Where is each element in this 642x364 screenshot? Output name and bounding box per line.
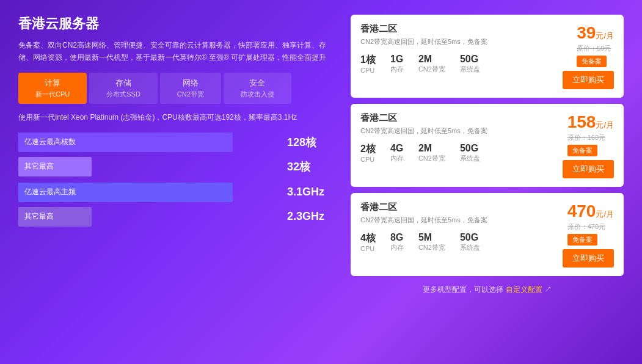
price-original-2: 原价：470元 bbox=[567, 222, 614, 231]
price-value-1: 158 bbox=[567, 112, 596, 131]
spec-bw-0: 2M CN2带宽 bbox=[418, 54, 445, 74]
card-region-2: 香港二区 bbox=[360, 202, 541, 213]
tab-storage-sublabel: 分布式SSD bbox=[106, 90, 140, 99]
bar-value-other-cores: 32核 bbox=[287, 159, 336, 174]
right-panel: 香港二区 CN2带宽高速回国，延时低至5ms，免备案 1核 CPU 1G 内存 … bbox=[351, 15, 624, 295]
badge-2: 免备案 bbox=[567, 234, 597, 246]
spec-cpu-0: 1核 CPU bbox=[360, 54, 376, 74]
spec-cpu-label-0: CPU bbox=[360, 67, 376, 74]
card-specs-2: 4核 CPU 8G 内存 5M CN2带宽 50G 系统盘 bbox=[360, 232, 541, 252]
spec-mem-value-1: 4G bbox=[390, 143, 404, 154]
spec-cpu-value-0: 1核 bbox=[360, 54, 376, 67]
price-value-2: 470 bbox=[567, 202, 596, 220]
tab-network-sublabel: CN2带宽 bbox=[177, 90, 204, 99]
price-unit-2: 元/月 bbox=[596, 209, 614, 219]
tab-security[interactable]: 安全 防攻击入侵 bbox=[224, 73, 291, 104]
bar-wrapper-yisy-cores: 亿速云最高核数 bbox=[18, 133, 280, 152]
card-info-2: 香港二区 CN2带宽高速回国，延时低至5ms，免备案 4核 CPU 8G 内存 … bbox=[360, 202, 541, 268]
card-region-1: 香港二区 bbox=[360, 112, 541, 124]
spec-cpu-2: 4核 CPU bbox=[360, 232, 376, 252]
bar-wrapper-other-freq: 其它最高 bbox=[18, 207, 280, 227]
spec-mem-0: 1G 内存 bbox=[390, 54, 404, 74]
spec-disk-label-2: 系统盘 bbox=[460, 243, 480, 252]
tab-network-label: 网络 bbox=[183, 78, 199, 87]
bar-section-freq: 亿速云最高主频 3.1GHz 其它最高 2.3GHz bbox=[18, 183, 336, 227]
spec-disk-1: 50G 系统盘 bbox=[460, 143, 480, 163]
cpu-intro: 使用新一代Intel Xeon Platinum (志强铂金)，CPU核数最高可… bbox=[18, 112, 336, 123]
product-card-1: 香港二区 CN2带宽高速回国，延时低至5ms，免备案 2核 CPU 4G 内存 … bbox=[351, 104, 624, 187]
buy-button-0[interactable]: 立即购买 bbox=[563, 71, 614, 89]
buy-button-2[interactable]: 立即购买 bbox=[563, 249, 614, 268]
bar-wrapper-other-cores: 其它最高 bbox=[18, 157, 280, 177]
bar-value-yisy-freq: 3.1GHz bbox=[287, 186, 336, 198]
bar-fill-yisy-cores: 亿速云最高核数 bbox=[18, 133, 233, 152]
spec-disk-value-2: 50G bbox=[460, 232, 480, 243]
price-original-0: 原价：59元 bbox=[577, 44, 614, 53]
spec-disk-value-0: 50G bbox=[460, 54, 480, 65]
spec-mem-1: 4G 内存 bbox=[390, 143, 404, 163]
bar-wrapper-yisy-freq: 亿速云最高主频 bbox=[18, 183, 280, 202]
spec-mem-value-2: 8G bbox=[390, 232, 404, 243]
tab-security-label: 安全 bbox=[249, 78, 265, 87]
spec-mem-label-1: 内存 bbox=[390, 154, 404, 163]
buy-button-1[interactable]: 立即购买 bbox=[563, 160, 614, 178]
spec-bw-2: 5M CN2带宽 bbox=[418, 232, 445, 252]
spec-disk-0: 50G 系统盘 bbox=[460, 54, 480, 74]
spec-cpu-label-1: CPU bbox=[360, 156, 376, 163]
tab-storage-label: 存储 bbox=[115, 78, 131, 87]
card-pricing-1: 158元/月 原价：160元 免备案 立即购买 bbox=[541, 112, 614, 178]
spec-disk-label-1: 系统盘 bbox=[460, 154, 480, 163]
card-specs-1: 2核 CPU 4G 内存 2M CN2带宽 50G 系统盘 bbox=[360, 143, 541, 163]
more-config-prefix: 更多机型配置，可以选择 bbox=[423, 285, 503, 294]
spec-cpu-1: 2核 CPU bbox=[360, 143, 376, 163]
spec-bw-value-1: 2M bbox=[418, 143, 445, 154]
card-desc-2: CN2带宽高速回国，延时低至5ms，免备案 bbox=[360, 216, 541, 225]
description: 免备案、双向CN2高速网络、管理便捷、安全可靠的云计算服务器，快部署应用、独享计… bbox=[18, 39, 336, 64]
card-region-0: 香港二区 bbox=[360, 23, 541, 35]
spec-bw-1: 2M CN2带宽 bbox=[418, 143, 445, 163]
bar-value-yisy-cores: 128核 bbox=[287, 135, 336, 150]
spec-bw-value-2: 5M bbox=[418, 232, 445, 243]
card-specs-0: 1核 CPU 1G 内存 2M CN2带宽 50G 系统盘 bbox=[360, 54, 541, 74]
tab-storage[interactable]: 存储 分布式SSD bbox=[89, 73, 158, 104]
more-config-link[interactable]: 自定义配置 bbox=[506, 285, 542, 294]
spec-cpu-value-1: 2核 bbox=[360, 143, 376, 156]
card-pricing-0: 39元/月 原价：59元 免备案 立即购买 bbox=[541, 23, 614, 89]
spec-disk-value-1: 50G bbox=[460, 143, 480, 154]
price-main-1: 158元/月 bbox=[567, 112, 614, 132]
tab-network[interactable]: 网络 CN2带宽 bbox=[160, 73, 221, 104]
card-desc-1: CN2带宽高速回国，延时低至5ms，免备案 bbox=[360, 126, 541, 136]
spec-mem-label-0: 内存 bbox=[390, 65, 404, 74]
spec-cpu-value-2: 4核 bbox=[360, 232, 376, 245]
spec-bw-value-0: 2M bbox=[418, 54, 445, 65]
tab-compute-label: 计算 bbox=[45, 78, 60, 87]
tab-compute-sublabel: 新一代CPU bbox=[35, 90, 70, 99]
price-unit-0: 元/月 bbox=[596, 31, 614, 40]
bar-row-yisy-cores: 亿速云最高核数 128核 bbox=[18, 133, 336, 152]
bar-value-other-freq: 2.3GHz bbox=[287, 210, 336, 223]
card-info-1: 香港二区 CN2带宽高速回国，延时低至5ms，免备案 2核 CPU 4G 内存 … bbox=[360, 112, 541, 178]
bar-fill-yisy-freq: 亿速云最高主频 bbox=[18, 183, 233, 202]
price-unit-1: 元/月 bbox=[596, 120, 614, 129]
bar-row-yisy-freq: 亿速云最高主频 3.1GHz bbox=[18, 183, 336, 202]
spec-disk-label-0: 系统盘 bbox=[460, 65, 480, 74]
more-config-icon: ↗ bbox=[544, 285, 552, 294]
more-config: 更多机型配置，可以选择 自定义配置 ↗ bbox=[351, 282, 624, 295]
spec-bw-label-1: CN2带宽 bbox=[418, 154, 445, 163]
bar-section-cores: 亿速云最高核数 128核 其它最高 32核 bbox=[18, 133, 336, 177]
spec-mem-label-2: 内存 bbox=[390, 243, 404, 252]
price-main-2: 470元/月 bbox=[567, 202, 614, 221]
product-card-2: 香港二区 CN2带宽高速回国，延时低至5ms，免备案 4核 CPU 8G 内存 … bbox=[351, 193, 624, 276]
price-original-1: 原价：160元 bbox=[567, 133, 614, 142]
tab-bar: 计算 新一代CPU 存储 分布式SSD 网络 CN2带宽 安全 防攻击入侵 bbox=[18, 73, 336, 104]
tab-compute[interactable]: 计算 新一代CPU bbox=[18, 73, 87, 104]
left-panel: 香港云服务器 免备案、双向CN2高速网络、管理便捷、安全可靠的云计算服务器，快部… bbox=[18, 15, 336, 295]
spec-mem-2: 8G 内存 bbox=[390, 232, 404, 252]
bar-fill-other-cores: 其它最高 bbox=[18, 157, 92, 177]
badge-0: 免备案 bbox=[577, 56, 607, 67]
card-pricing-2: 470元/月 原价：470元 免备案 立即购买 bbox=[541, 202, 614, 268]
product-card-0: 香港二区 CN2带宽高速回国，延时低至5ms，免备案 1核 CPU 1G 内存 … bbox=[351, 15, 624, 98]
card-info-0: 香港二区 CN2带宽高速回国，延时低至5ms，免备案 1核 CPU 1G 内存 … bbox=[360, 23, 541, 89]
bar-row-other-freq: 其它最高 2.3GHz bbox=[18, 207, 336, 227]
spec-disk-2: 50G 系统盘 bbox=[460, 232, 480, 252]
